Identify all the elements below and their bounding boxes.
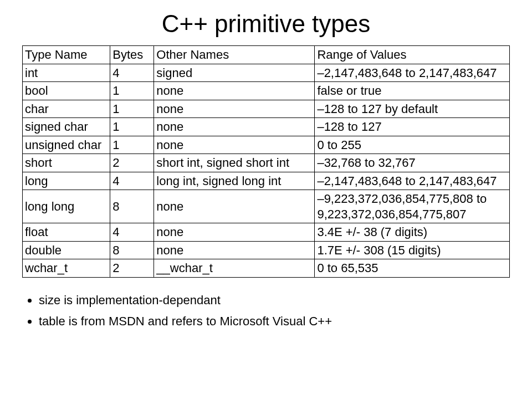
- table-row: int4signed–2,147,483,648 to 2,147,483,64…: [23, 64, 510, 82]
- table-row: bool1nonefalse or true: [23, 82, 510, 100]
- cell-range: –2,147,483,648 to 2,147,483,647: [315, 172, 510, 190]
- note-item: table is from MSDN and refers to Microso…: [39, 314, 510, 329]
- cell-name: int: [23, 64, 110, 82]
- cell-range: –2,147,483,648 to 2,147,483,647: [315, 64, 510, 82]
- cell-other: short int, signed short int: [154, 154, 315, 172]
- cell-bytes: 1: [110, 100, 154, 118]
- table-header-row: Type NameBytesOther NamesRange of Values: [23, 46, 510, 64]
- table-row: long long8none–9,223,372,036,854,775,808…: [23, 190, 510, 223]
- cell-name: bool: [23, 82, 110, 100]
- cell-other: __wchar_t: [154, 259, 315, 278]
- types-table: Type NameBytesOther NamesRange of Values…: [22, 45, 510, 278]
- cell-other: none: [154, 118, 315, 136]
- column-header: Other Names: [154, 46, 315, 64]
- cell-name: wchar_t: [23, 259, 110, 278]
- cell-name: short: [23, 154, 110, 172]
- table-row: long4long int, signed long int–2,147,483…: [23, 172, 510, 190]
- table-row: signed char1none–128 to 127: [23, 118, 510, 136]
- table-row: wchar_t2__wchar_t0 to 65,535: [23, 259, 510, 278]
- notes-list: size is implementation-dependanttable is…: [39, 293, 510, 329]
- cell-bytes: 2: [110, 154, 154, 172]
- table-row: unsigned char1none0 to 255: [23, 136, 510, 154]
- cell-bytes: 2: [110, 259, 154, 278]
- table-row: double8none1.7E +/- 308 (15 digits): [23, 241, 510, 259]
- cell-range: –32,768 to 32,767: [315, 154, 510, 172]
- cell-bytes: 8: [110, 241, 154, 259]
- cell-bytes: 4: [110, 64, 154, 82]
- cell-other: none: [154, 223, 315, 242]
- cell-name: double: [23, 241, 110, 259]
- cell-name: long: [23, 172, 110, 190]
- column-header: Type Name: [23, 46, 110, 64]
- cell-other: long int, signed long int: [154, 172, 315, 190]
- cell-bytes: 1: [110, 82, 154, 100]
- column-header: Range of Values: [315, 46, 510, 64]
- cell-range: 0 to 255: [315, 136, 510, 154]
- cell-other: none: [154, 82, 315, 100]
- cell-other: signed: [154, 64, 315, 82]
- cell-bytes: 1: [110, 118, 154, 136]
- table-row: float4none3.4E +/- 38 (7 digits): [23, 223, 510, 242]
- cell-other: none: [154, 100, 315, 118]
- note-item: size is implementation-dependant: [39, 293, 510, 308]
- cell-bytes: 8: [110, 190, 154, 223]
- cell-bytes: 4: [110, 223, 154, 242]
- cell-name: float: [23, 223, 110, 242]
- cell-name: char: [23, 100, 110, 118]
- cell-bytes: 1: [110, 136, 154, 154]
- table-row: char1none–128 to 127 by default: [23, 100, 510, 118]
- page-title: C++ primitive types: [22, 10, 510, 38]
- cell-range: 1.7E +/- 308 (15 digits): [315, 241, 510, 259]
- cell-name: signed char: [23, 118, 110, 136]
- cell-other: none: [154, 241, 315, 259]
- cell-other: none: [154, 136, 315, 154]
- slide: C++ primitive types Type NameBytesOther …: [0, 0, 532, 346]
- cell-bytes: 4: [110, 172, 154, 190]
- cell-other: none: [154, 190, 315, 223]
- cell-range: 3.4E +/- 38 (7 digits): [315, 223, 510, 242]
- column-header: Bytes: [110, 46, 154, 64]
- table-row: short2short int, signed short int–32,768…: [23, 154, 510, 172]
- cell-range: false or true: [315, 82, 510, 100]
- cell-range: 0 to 65,535: [315, 259, 510, 278]
- cell-name: unsigned char: [23, 136, 110, 154]
- cell-name: long long: [23, 190, 110, 223]
- cell-range: –9,223,372,036,854,775,808 to 9,223,372,…: [315, 190, 510, 223]
- cell-range: –128 to 127: [315, 118, 510, 136]
- cell-range: –128 to 127 by default: [315, 100, 510, 118]
